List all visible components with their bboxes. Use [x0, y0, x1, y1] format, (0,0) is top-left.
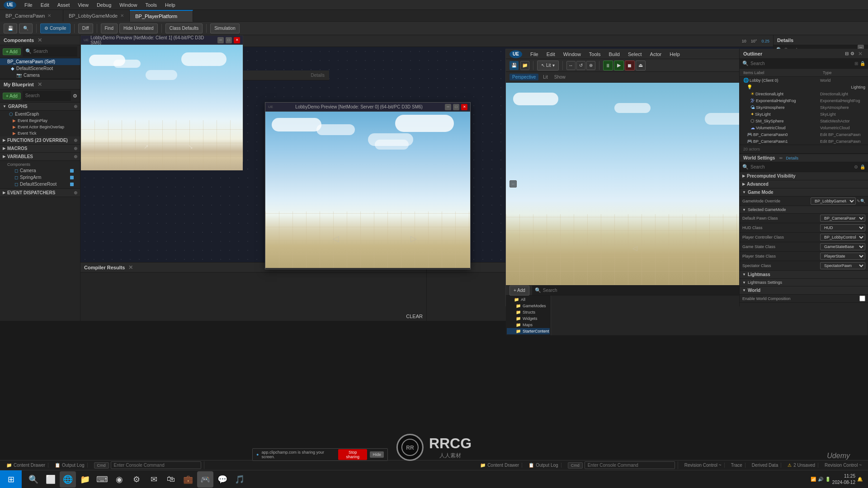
browse-button[interactable]: 🔍	[19, 23, 33, 33]
taskbar-task-view[interactable]: ⬜	[42, 471, 59, 488]
taskbar-settings[interactable]: ⚙	[128, 471, 145, 488]
my-blueprint-close[interactable]: ✕	[36, 81, 44, 88]
tab-bp-playerplatform[interactable]: BP_PlayerPlatform	[130, 10, 193, 22]
clear-button[interactable]: CLEAR	[406, 314, 423, 319]
show-button[interactable]: Show	[552, 74, 567, 80]
windows-start-button[interactable]: ⊞	[0, 470, 22, 488]
status-output-log-left[interactable]: 📋 Output Log	[52, 463, 87, 468]
outliner-bp-camerapawn-1[interactable]: 🎮 BP_CameraPawn1 Edit BP_CameraPawn	[740, 138, 868, 145]
taskbar-ue4[interactable]: 🎮	[197, 471, 213, 488]
hud-select[interactable]: HUD	[820, 224, 865, 231]
folder-starter-content[interactable]: 📁 StarterContent	[507, 328, 550, 334]
compiler-results-close[interactable]: ✕	[127, 264, 135, 271]
advanced-toggle[interactable]: ▶ Advanced	[740, 180, 868, 188]
main-build-menu[interactable]: Build	[605, 51, 623, 58]
status-unsaved[interactable]: ⚠ 2 Unsaved	[785, 463, 818, 468]
status-trace[interactable]: Trace	[728, 463, 745, 468]
add-dispatcher-icon[interactable]: ⊕	[74, 190, 77, 195]
taskbar-folder[interactable]: 📁	[77, 471, 93, 488]
taskbar-chrome[interactable]: ◉	[111, 471, 127, 488]
world-search-input[interactable]	[750, 164, 852, 169]
main-edit-menu[interactable]: Edit	[543, 51, 559, 58]
gamemode-browse-btn[interactable]: 🔍	[860, 199, 865, 203]
taskbar-vs[interactable]: ⌨	[94, 471, 110, 488]
selection-mode-btn[interactable]: ↖ Lit ▾	[537, 61, 559, 70]
outliner-close[interactable]: ✕	[856, 51, 864, 57]
hide-unrelated-button[interactable]: Hide Unrelated	[119, 23, 158, 33]
server-sky[interactable]: ◁ ▷	[265, 112, 470, 268]
add-macro-icon[interactable]: ⊕	[74, 146, 77, 151]
event-dispatchers-section-toggle[interactable]: ▶ EVENT DISPATCHERS ⊕	[0, 189, 80, 197]
main-select-menu[interactable]: Select	[624, 51, 646, 58]
bp-settings-icon[interactable]: ⚙	[73, 93, 77, 99]
variables-section-toggle[interactable]: ▶ VARIABLES ⊕	[0, 153, 80, 161]
server-maximize[interactable]: □	[453, 104, 459, 110]
outliner-exp-height-fog[interactable]: 🌫 ExponentialHeightFog ExponentialHeight…	[740, 97, 868, 104]
add-content-btn[interactable]: + Add	[509, 286, 529, 296]
event-graph-item[interactable]: ⬡ EventGraph	[0, 111, 80, 117]
outliner-filter-icon[interactable]: ⊟	[845, 51, 849, 56]
macros-section-toggle[interactable]: ▶ MACROS ⊕	[0, 145, 80, 153]
world-settings-label[interactable]: World Settings	[743, 155, 775, 160]
ewc-checkbox[interactable]	[859, 296, 865, 301]
menu-view[interactable]: View	[74, 1, 92, 9]
selected-gamemode-toggle[interactable]: ▼ Selected GameMode	[740, 206, 868, 214]
functions-section-toggle[interactable]: ▶ FUNCTIONS (23 OVERRIDE) ⊕	[0, 136, 80, 145]
default-pawn-select[interactable]: BP_CameraPawn	[820, 215, 865, 222]
world-toggle[interactable]: ▼ World	[740, 286, 868, 295]
outliner-directional-light[interactable]: ☀ DirectionalLight DirectionalLight	[740, 90, 868, 97]
main-actor-menu[interactable]: Actor	[646, 51, 665, 58]
folder-gamemodes[interactable]: 📁 GameModes	[507, 303, 550, 309]
menu-file[interactable]: File	[21, 1, 36, 9]
event-tick[interactable]: ▶ Event Tick	[0, 130, 80, 136]
tree-item-defaultsceneroot[interactable]: ◆ DefaultSceneRoot	[0, 65, 80, 72]
perspective-button[interactable]: Perspective	[509, 74, 538, 80]
preview-client-minimize[interactable]: ─	[217, 37, 224, 43]
game-mode-toggle[interactable]: ▼ Game Mode	[740, 188, 868, 197]
translate-tool[interactable]: ↔	[566, 61, 576, 70]
save-button[interactable]: 💾	[4, 23, 17, 33]
status-content-drawer-right[interactable]: 📁 Content Drawer	[477, 463, 522, 468]
outliner-lobby[interactable]: 🌐 Lobby (Client 0) World	[740, 77, 868, 84]
outliner-lighting[interactable]: 💡 Lighting	[740, 84, 868, 90]
outliner-bp-camerapawn-0[interactable]: 🎮 BP_CameraPawn0 Edit BP_CameraPawn	[740, 131, 868, 138]
outliner-search-input[interactable]	[750, 61, 853, 66]
main-help-menu[interactable]: Help	[666, 51, 684, 58]
ps-select[interactable]: PlayerState	[820, 253, 865, 260]
status-revision[interactable]: Revision Control ~	[682, 463, 725, 468]
lit-button[interactable]: Lit	[541, 74, 550, 80]
eject-button[interactable]: ⏏	[636, 61, 646, 70]
taskbar-email[interactable]: ✉	[146, 471, 162, 488]
pc-select[interactable]: BP_LobbyControl...	[820, 234, 865, 241]
scale-tool[interactable]: ⊕	[586, 61, 595, 70]
taskbar-spotify[interactable]: 🎵	[231, 471, 248, 488]
precomputed-visibility-toggle[interactable]: ▶ Precomputed Visibility	[740, 172, 868, 180]
spec-select[interactable]: SpectatorPawn	[820, 262, 865, 269]
preview-client-maximize[interactable]: □	[226, 37, 232, 43]
add-graph-icon[interactable]: ⊕	[74, 104, 77, 109]
menu-tools[interactable]: Tools	[142, 1, 160, 9]
outliner-collapse-icon[interactable]: ⊞	[854, 61, 858, 66]
outliner-settings-icon[interactable]: ⚙	[850, 51, 854, 56]
main-save-btn[interactable]: 💾	[509, 61, 519, 70]
taskbar-discord[interactable]: 💬	[214, 471, 231, 488]
menu-help[interactable]: Help	[161, 1, 179, 9]
preview-client-window[interactable]: UE LobbyDemo Preview [NetMode: Client 1]…	[80, 35, 243, 162]
variable-defaultsceneroot[interactable]: ◻ DefaultSceneRoot	[7, 181, 77, 188]
details-link[interactable]: Details	[786, 156, 798, 160]
cmd-btn-right[interactable]: Cmd	[568, 462, 583, 469]
add-variable-icon[interactable]: ⊕	[74, 154, 77, 159]
folder-all[interactable]: 📁 All	[507, 296, 550, 303]
add-blueprint-button[interactable]: + Add	[3, 93, 21, 99]
world-settings-gear[interactable]: ⚙	[854, 164, 858, 169]
lightmass-settings-toggle[interactable]: ▼ Lightmass Settings	[740, 279, 868, 286]
play-button[interactable]: ▶	[614, 61, 624, 70]
class-defaults-button[interactable]: Class Defaults	[165, 23, 203, 33]
outliner-sky-atmosphere[interactable]: 🌤 SkyAtmosphere SkyAtmosphere	[740, 104, 868, 111]
outliner-sky-light[interactable]: ✦ SkyLight SkyLight	[740, 111, 868, 117]
taskbar-search[interactable]: 🔍	[25, 471, 42, 488]
menu-window[interactable]: Window	[116, 1, 141, 9]
server-viewport[interactable]: ◁ ▷	[265, 112, 470, 268]
bp-search-input[interactable]	[25, 93, 68, 98]
graphs-section-toggle[interactable]: ▼ GRAPHS ⊕	[0, 103, 80, 111]
